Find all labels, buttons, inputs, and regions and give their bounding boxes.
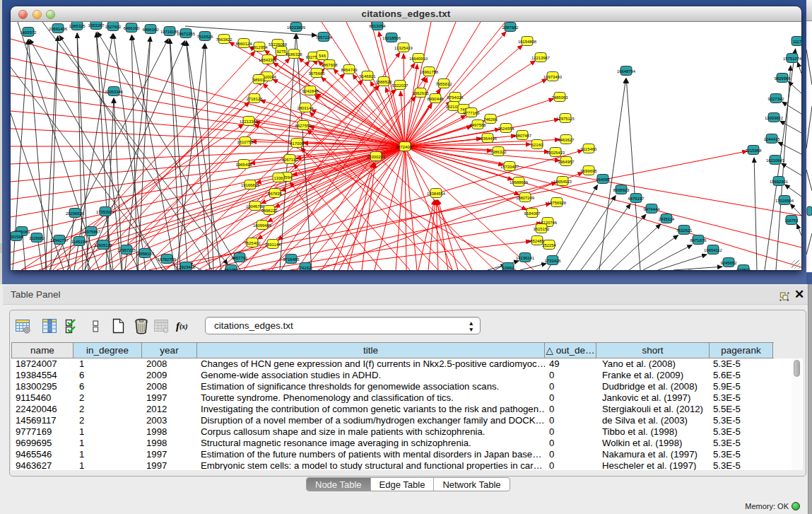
svg-text:16210643: 16210643 — [766, 158, 785, 163]
svg-text:1115682: 1115682 — [29, 236, 45, 240]
svg-text:16154808: 16154808 — [518, 40, 537, 44]
svg-text:7485063: 7485063 — [552, 95, 569, 100]
svg-text:8471676: 8471676 — [690, 238, 707, 243]
svg-text:116753: 116753 — [784, 218, 799, 223]
svg-text:7955812: 7955812 — [436, 82, 452, 86]
svg-text:9474444: 9474444 — [644, 207, 661, 211]
svg-text:1588520: 1588520 — [376, 80, 393, 84]
svg-text:1733426: 1733426 — [545, 259, 562, 263]
svg-text:1117: 1117 — [793, 40, 801, 44]
svg-text:10962: 10962 — [502, 266, 514, 270]
svg-text:2935114: 2935114 — [659, 217, 675, 221]
svg-text:9498222: 9498222 — [261, 209, 278, 213]
svg-text:10807487: 10807487 — [513, 134, 531, 138]
svg-text:9777169: 9777169 — [464, 111, 480, 115]
svg-text:18807249: 18807249 — [516, 196, 534, 200]
svg-text:16033809: 16033809 — [287, 25, 305, 30]
svg-text:12213967: 12213967 — [531, 56, 550, 60]
svg-text:16671355: 16671355 — [177, 32, 196, 36]
svg-text:19384554: 19384554 — [427, 192, 446, 196]
svg-text:7357224: 7357224 — [316, 35, 333, 40]
svg-text:20053346: 20053346 — [105, 90, 124, 94]
svg-text:9829966: 9829966 — [775, 76, 792, 81]
svg-text:74162: 74162 — [300, 266, 311, 270]
svg-text:16099489: 16099489 — [253, 223, 271, 228]
svg-text:3675685: 3675685 — [309, 71, 326, 76]
svg-text:6497568: 6497568 — [470, 123, 487, 127]
svg-text:12923448: 12923448 — [177, 265, 196, 269]
svg-text:1336: 1336 — [273, 176, 283, 180]
svg-text:25300203: 25300203 — [367, 155, 386, 159]
svg-text:567835: 567835 — [268, 192, 282, 196]
svg-text:17353924: 17353924 — [96, 210, 115, 214]
svg-text:17957225: 17957225 — [117, 248, 136, 252]
svg-text:19756928: 19756928 — [548, 201, 567, 205]
svg-text:746266: 746266 — [483, 117, 498, 122]
svg-text:924502: 924502 — [736, 268, 751, 271]
svg-text:6794028: 6794028 — [447, 95, 464, 100]
svg-text:12213369: 12213369 — [240, 119, 258, 124]
svg-text:2867608: 2867608 — [322, 63, 339, 67]
svg-text:1244415: 1244415 — [764, 137, 781, 141]
svg-text:12093822: 12093822 — [765, 116, 783, 120]
svg-text:8427552: 8427552 — [295, 124, 312, 128]
svg-text:1527602: 1527602 — [105, 25, 122, 29]
svg-text:10025433: 10025433 — [546, 151, 565, 155]
svg-text:8454749: 8454749 — [341, 68, 358, 72]
svg-text:7632621: 7632621 — [676, 228, 693, 233]
svg-text:9463627: 9463627 — [558, 138, 575, 142]
svg-text:9184067: 9184067 — [524, 211, 541, 216]
svg-text:1964957: 1964957 — [558, 160, 575, 164]
svg-text:1965493: 1965493 — [236, 163, 253, 167]
svg-text:8660124: 8660124 — [236, 42, 253, 46]
svg-text:5716485: 5716485 — [283, 257, 300, 262]
svg-text:164095: 164095 — [596, 177, 610, 182]
svg-text:6479197: 6479197 — [628, 197, 645, 201]
svg-text:2718126: 2718126 — [247, 97, 264, 101]
svg-text:15751074: 15751074 — [783, 57, 801, 61]
svg-text:1405572: 1405572 — [20, 30, 37, 35]
svg-text:19166825: 19166825 — [241, 183, 260, 187]
svg-text:9699695: 9699695 — [581, 169, 598, 173]
svg-text:19218506: 19218506 — [382, 36, 401, 40]
svg-text:8990448: 8990448 — [428, 97, 445, 101]
svg-text:417006: 417006 — [290, 141, 304, 146]
svg-text:9242848: 9242848 — [302, 89, 319, 93]
svg-text:16782759: 16782759 — [158, 257, 176, 262]
svg-text:15692901: 15692901 — [770, 180, 788, 184]
svg-text:1610755: 1610755 — [237, 140, 254, 144]
svg-text:17016504: 17016504 — [775, 199, 794, 203]
svg-text:10958107: 10958107 — [136, 252, 154, 256]
svg-text:8912954: 8912954 — [252, 45, 269, 49]
svg-text:14136141: 14136141 — [516, 256, 534, 260]
svg-text:3624554: 3624554 — [498, 127, 515, 131]
svg-text:18724007: 18724007 — [396, 145, 414, 149]
svg-text:12942737: 12942737 — [50, 238, 69, 243]
svg-text:9146821: 9146821 — [360, 74, 376, 78]
svg-text:15720407: 15720407 — [500, 165, 519, 169]
svg-text:6466160: 6466160 — [124, 26, 141, 30]
svg-text:11325419: 11325419 — [394, 46, 413, 50]
svg-text:9457791: 9457791 — [232, 256, 248, 260]
svg-text:10654112: 10654112 — [704, 248, 722, 252]
svg-text:9245652: 9245652 — [721, 261, 737, 265]
svg-text:7663822: 7663822 — [216, 37, 233, 42]
svg-text:20691406: 20691406 — [49, 27, 68, 31]
svg-text:2803144: 2803144 — [298, 106, 314, 110]
svg-text:12975115: 12975115 — [556, 117, 575, 121]
svg-text:3215958: 3215958 — [746, 148, 763, 153]
svg-text:8813054: 8813054 — [370, 24, 387, 28]
svg-text:62160: 62160 — [531, 143, 543, 147]
svg-text:16543362: 16543362 — [259, 58, 277, 62]
svg-text:12905135: 12905135 — [94, 243, 113, 247]
svg-text:962450: 962450 — [224, 268, 238, 271]
svg-text:7386322: 7386322 — [490, 150, 507, 154]
svg-text:7515526: 7515526 — [197, 35, 214, 39]
svg-text:53226058: 53226058 — [269, 42, 288, 47]
svg-text:1653267: 1653267 — [88, 23, 105, 28]
svg-text:6466160: 6466160 — [143, 28, 160, 32]
svg-text:8938923: 8938923 — [613, 188, 630, 192]
svg-text:10973493: 10973493 — [543, 75, 563, 79]
svg-text:20206536: 20206536 — [66, 211, 85, 216]
svg-text:1065325: 1065325 — [69, 24, 86, 28]
